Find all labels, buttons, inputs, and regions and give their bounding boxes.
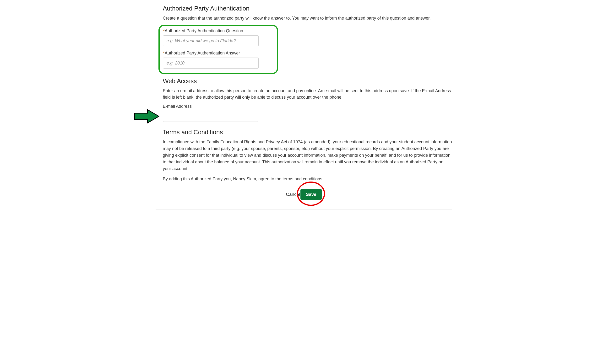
- terms-agreement-text: By adding this Authorized Party you, Nan…: [163, 176, 452, 182]
- web-access-heading: Web Access: [163, 77, 452, 85]
- arrow-annotation-icon: [134, 109, 160, 124]
- auth-section-description: Create a question that the authorized pa…: [163, 15, 452, 22]
- auth-question-input[interactable]: [163, 35, 259, 46]
- auth-answer-label: *Authorized Party Authentication Answer: [163, 51, 274, 56]
- web-access-description: Enter an e-mail address to allow this pe…: [163, 88, 452, 101]
- cancel-button[interactable]: Cancel: [286, 192, 300, 197]
- required-star-icon: *: [163, 51, 165, 55]
- svg-marker-0: [134, 110, 159, 123]
- auth-question-label: *Authorized Party Authentication Questio…: [163, 28, 274, 33]
- required-star-icon: *: [163, 28, 165, 33]
- email-label: E-mail Address: [163, 104, 452, 109]
- email-input[interactable]: [163, 111, 258, 122]
- save-button[interactable]: Save: [300, 189, 322, 200]
- auth-highlight-box: *Authorized Party Authentication Questio…: [158, 25, 278, 74]
- auth-section-heading: Authorized Party Authentication: [163, 5, 452, 12]
- terms-body-text: In compliance with the Family Educationa…: [163, 139, 452, 172]
- auth-answer-label-text: Authorized Party Authentication Answer: [165, 51, 240, 55]
- auth-answer-input[interactable]: [163, 57, 259, 69]
- terms-heading: Terms and Conditions: [163, 129, 452, 136]
- auth-question-label-text: Authorized Party Authentication Question: [165, 28, 243, 33]
